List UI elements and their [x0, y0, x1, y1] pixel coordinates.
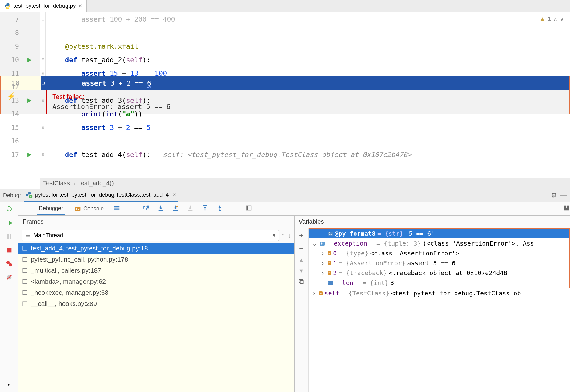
frame-item[interactable]: test_add_4, test_pytest_for_debug.py:18 — [18, 243, 294, 254]
run-to-cursor-icon[interactable] — [216, 205, 223, 213]
more-icon[interactable]: » — [5, 380, 14, 389]
variables-list[interactable]: 01@py_format8 = {str} '5 == 6' ⌄⅓__excep… — [309, 228, 570, 392]
watch-up-icon[interactable]: ▲ — [299, 257, 304, 263]
variables-header: Variables — [295, 216, 570, 228]
svg-rect-13 — [23, 246, 27, 250]
rerun-icon[interactable] — [6, 205, 13, 213]
svg-rect-18 — [23, 302, 27, 306]
chevron-down-icon: ▾ — [273, 232, 275, 239]
add-watch-icon[interactable]: + — [299, 231, 303, 240]
debug-config-tab[interactable]: pytest for test_pytest_for_debug.TestCla… — [24, 189, 178, 202]
minimize-icon[interactable]: — — [560, 191, 567, 199]
frame-item[interactable]: <lambda>, manager.py:62 — [18, 276, 294, 287]
line-number: 14 — [0, 110, 21, 118]
svg-rect-15 — [23, 268, 27, 273]
debug-toolbar: Debugger Console — [18, 202, 570, 216]
svg-rect-14 — [23, 257, 27, 262]
run-gutter-icon[interactable]: ▶ — [27, 151, 32, 158]
variable-row[interactable]: ›≡1 = {AssertionError} assert 5 == 6 — [309, 258, 570, 268]
decorator: @pytest.mark.xfail — [65, 42, 138, 50]
code-area[interactable]: ▲ 1 ∧ ∨ assert 100 + 200 == 400 @pytest.… — [46, 12, 570, 76]
gutter: 7 8 9 10▶ 11 12 13▶ 14 15 16 17▶ — [0, 12, 40, 76]
breadcrumb[interactable]: TestClass › test_add_4() — [40, 178, 570, 189]
resume-icon[interactable] — [5, 219, 14, 227]
svg-rect-1 — [75, 207, 81, 211]
mute-breakpoints-icon[interactable] — [5, 273, 14, 282]
layout-settings-icon[interactable] — [563, 205, 570, 213]
svg-rect-9 — [7, 248, 11, 253]
thread-selector[interactable]: MainThread ▾ — [22, 230, 279, 241]
frames-panel: Frames MainThread ▾ ↑ ↓ test_add_4, test… — [18, 216, 295, 392]
tab-console[interactable]: Console — [73, 203, 106, 214]
debug-tool-window-header: Debug: pytest for test_pytest_for_debug.… — [0, 189, 570, 202]
evaluate-expression-icon[interactable] — [245, 205, 252, 213]
svg-rect-7 — [7, 234, 9, 239]
step-out-icon[interactable] — [202, 205, 208, 213]
frame-item[interactable]: __call__, hooks.py:289 — [18, 298, 294, 309]
breadcrumb-method[interactable]: test_add_4() — [79, 180, 114, 187]
next-highlight-icon[interactable]: ∨ — [560, 16, 564, 22]
variable-row[interactable]: ›≡0 = {type} <class 'AssertionError'> — [309, 248, 570, 258]
duplicate-watch-icon[interactable] — [298, 278, 304, 286]
frame-down-icon[interactable]: ↓ — [288, 231, 291, 239]
debug-body: » Frames MainThread ▾ ↑ ↓ test_add_4, te… — [0, 216, 570, 392]
pytest-icon — [26, 192, 33, 198]
line-number: 7 — [0, 15, 21, 23]
svg-point-2 — [176, 206, 178, 207]
svg-rect-6 — [564, 208, 569, 210]
step-into-my-code-icon[interactable] — [172, 205, 179, 213]
close-tab-icon[interactable]: ✕ — [78, 3, 82, 9]
variable-row[interactable]: ›≡self = {TestClass} <test_pytest_for_de… — [309, 288, 570, 298]
run-gutter-icon[interactable]: ▶ — [27, 56, 32, 63]
line-number: 10 — [0, 56, 21, 64]
close-debug-tab-icon[interactable]: ✕ — [172, 192, 176, 198]
step-into-icon[interactable] — [157, 205, 164, 213]
debug-side-toolbar: » — [0, 216, 18, 392]
frame-item[interactable]: _hookexec, manager.py:68 — [18, 287, 294, 298]
svg-rect-16 — [23, 279, 27, 284]
frame-item[interactable]: pytest_pyfunc_call, python.py:178 — [18, 254, 294, 265]
variable-row[interactable]: 01@py_format8 = {str} '5 == 6' — [309, 229, 570, 238]
inline-debug-hint: self: <test_pytest_for_debug.TestClass o… — [151, 151, 411, 158]
variable-row[interactable]: ›≡2 = {traceback} <traceback object at 0… — [309, 268, 570, 278]
inspection-badge[interactable]: ▲ 1 ∧ ∨ — [539, 15, 564, 22]
frame-up-icon[interactable]: ↑ — [281, 231, 285, 239]
warning-icon: ▲ — [539, 15, 545, 22]
variable-row[interactable]: ⌄⅓__exception__ = {tuple: 3} (<class 'As… — [309, 238, 570, 248]
threads-icon[interactable] — [114, 205, 120, 213]
line-number: 9 — [0, 42, 21, 50]
frame-icon — [22, 257, 28, 262]
svg-rect-17 — [23, 290, 27, 295]
remove-watch-icon[interactable]: − — [299, 244, 303, 253]
pause-icon[interactable] — [5, 232, 14, 241]
frame-icon — [22, 290, 28, 295]
thread-icon — [25, 233, 30, 238]
line-number: 11 — [0, 70, 21, 77]
fold-column: ⊟ ⊟⊟ ⊟⊟ ⊟ — [40, 12, 46, 76]
force-step-into-icon[interactable] — [187, 205, 194, 213]
svg-rect-8 — [10, 234, 11, 239]
console-icon — [75, 206, 81, 212]
svg-rect-4 — [564, 206, 566, 208]
frame-icon — [22, 246, 28, 251]
view-breakpoints-icon[interactable] — [5, 259, 14, 268]
breadcrumb-class[interactable]: TestClass — [43, 180, 70, 187]
stop-icon[interactable] — [5, 246, 14, 254]
line-number: 17 — [0, 151, 21, 158]
line-number: 15 — [0, 124, 21, 131]
file-tab[interactable]: test_pytest_for_debug.py ✕ — [0, 0, 87, 12]
run-gutter-icon[interactable]: ▶ — [27, 97, 32, 104]
settings-icon[interactable]: ⚙ — [551, 191, 557, 199]
watch-down-icon[interactable]: ▼ — [299, 268, 304, 274]
debug-config-name: pytest for test_pytest_for_debug.TestCla… — [35, 192, 169, 198]
step-over-icon[interactable] — [142, 205, 149, 213]
prev-highlight-icon[interactable]: ∧ — [553, 16, 557, 22]
line-number: 16 — [0, 137, 21, 145]
frame-list[interactable]: test_add_4, test_pytest_for_debug.py:18 … — [18, 243, 294, 392]
tab-debugger[interactable]: Debugger — [37, 203, 65, 215]
thread-name: MainThread — [34, 232, 63, 239]
variables-panel: Variables + − ▲ ▼ 01@py_format8 = {str} … — [295, 216, 570, 392]
variable-row[interactable]: 01__len__ = {int} 3 — [309, 278, 570, 288]
debug-label: Debug: — [3, 192, 21, 199]
frame-item[interactable]: _multicall, callers.py:187 — [18, 265, 294, 276]
